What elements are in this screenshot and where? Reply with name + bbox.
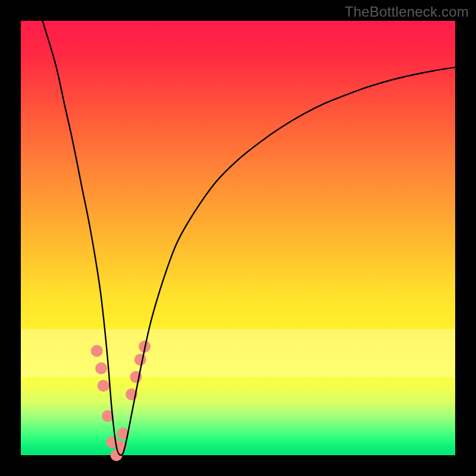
chart-frame: TheBottleneck.com — [0, 0, 476, 476]
marker-dot — [91, 345, 103, 357]
marker-dot — [98, 380, 109, 392]
marker-dots-group — [91, 341, 151, 462]
marker-dot — [134, 353, 146, 365]
marker-dot — [95, 362, 107, 374]
plot-area — [21, 21, 455, 455]
chart-svg — [21, 21, 455, 455]
watermark-text: TheBottleneck.com — [345, 4, 469, 20]
